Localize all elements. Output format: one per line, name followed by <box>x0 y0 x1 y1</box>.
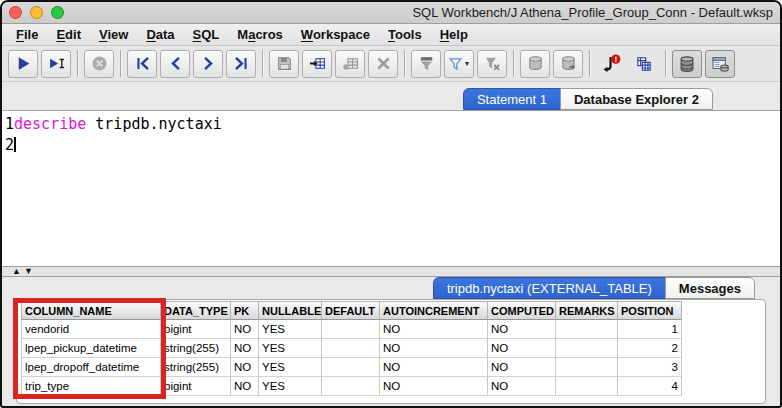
cell[interactable]: 2 <box>618 339 682 358</box>
text-caret <box>14 137 16 152</box>
filter-dropdown-caret-icon[interactable]: ▼ <box>464 60 471 67</box>
cell[interactable]: 4 <box>618 377 682 396</box>
previous-row-button[interactable] <box>160 50 190 78</box>
database-explorer-button[interactable] <box>705 50 735 78</box>
collapse-up-button[interactable]: ▲ <box>12 267 21 276</box>
cell[interactable] <box>322 320 380 339</box>
col-header-data-type[interactable]: DATA_TYPE <box>161 301 231 320</box>
minimize-button[interactable] <box>30 6 43 19</box>
code-completion-icon <box>635 55 653 73</box>
toolbar: ▼ <box>2 46 780 82</box>
cell[interactable]: bigint <box>161 320 231 339</box>
commit-button[interactable] <box>520 50 550 78</box>
cell[interactable]: NO <box>488 320 556 339</box>
table-row[interactable]: lpep_pickup_datetime string(255) NO YES … <box>21 339 682 358</box>
cell[interactable]: NO <box>488 339 556 358</box>
collapse-down-button[interactable]: ▼ <box>24 267 33 276</box>
cell[interactable] <box>556 377 618 396</box>
menu-macros[interactable]: Macros <box>229 25 291 44</box>
editor-line-1: 1describe tripdb.nyctaxi <box>5 114 780 135</box>
sql-keyword: describe <box>14 115 86 133</box>
col-header-pk[interactable]: PK <box>231 301 259 320</box>
code-completion-button[interactable] <box>629 50 659 78</box>
copy-row-icon <box>342 55 359 72</box>
cell[interactable]: NO <box>380 358 488 377</box>
cell[interactable]: vendorid <box>21 320 161 339</box>
menu-workspace[interactable]: Workspace <box>293 25 378 44</box>
last-row-button[interactable] <box>226 50 256 78</box>
cell[interactable]: trip_type <box>21 377 161 396</box>
cell[interactable]: NO <box>231 320 259 339</box>
menu-data[interactable]: Data <box>138 25 182 44</box>
cell[interactable]: NO <box>380 320 488 339</box>
col-header-position[interactable]: POSITION <box>618 301 682 320</box>
cell[interactable]: NO <box>231 358 259 377</box>
cell[interactable]: YES <box>259 358 322 377</box>
menu-sql[interactable]: SQL <box>185 25 228 44</box>
cell[interactable] <box>556 320 618 339</box>
cell[interactable] <box>322 377 380 396</box>
cell[interactable]: NO <box>488 358 556 377</box>
menu-tools[interactable]: Tools <box>380 25 430 44</box>
menu-view[interactable]: View <box>91 25 136 44</box>
sql-editor[interactable]: 1describe tripdb.nyctaxi 2 <box>2 110 780 266</box>
cell[interactable]: NO <box>231 339 259 358</box>
cell[interactable] <box>556 339 618 358</box>
col-header-nullable[interactable]: NULLABLE <box>259 301 322 320</box>
cell[interactable]: 3 <box>618 358 682 377</box>
col-header-column-name[interactable]: COLUMN_NAME <box>21 301 161 320</box>
tab-result-table[interactable]: tripdb.nyctaxi (EXTERNAL_TABLE) <box>433 277 666 299</box>
tab-statement-1[interactable]: Statement 1 <box>463 88 561 110</box>
cell[interactable]: 1 <box>618 320 682 339</box>
zoom-button[interactable] <box>51 6 64 19</box>
menu-help[interactable]: Help <box>432 25 476 44</box>
execute-current-button[interactable] <box>41 50 71 78</box>
next-row-button[interactable] <box>193 50 223 78</box>
cell[interactable] <box>322 358 380 377</box>
database-button[interactable] <box>672 50 702 78</box>
menu-edit[interactable]: Edit <box>48 25 89 44</box>
delete-row-button[interactable] <box>368 50 398 78</box>
tab-messages[interactable]: Messages <box>665 277 755 299</box>
col-header-default[interactable]: DEFAULT <box>322 301 380 320</box>
first-row-button[interactable] <box>127 50 157 78</box>
filter-button[interactable]: ▼ <box>444 50 474 78</box>
cell[interactable]: lpep_pickup_datetime <box>21 339 161 358</box>
cancel-statement-button[interactable] <box>84 50 114 78</box>
filter-by-selection-button[interactable] <box>411 50 441 78</box>
cell[interactable]: YES <box>259 377 322 396</box>
table-row[interactable]: lpep_dropoff_datetime string(255) NO YES… <box>21 358 682 377</box>
col-header-autoincrement[interactable]: AUTOINCREMENT <box>380 301 488 320</box>
cell[interactable] <box>556 358 618 377</box>
window-title: SQL Workbench/J Athena_Profile_Group_Con… <box>64 5 773 20</box>
table-row[interactable]: vendorid bigint NO YES NO NO 1 <box>21 320 682 339</box>
execute-all-button[interactable] <box>8 50 38 78</box>
col-header-remarks[interactable]: REMARKS <box>556 301 618 320</box>
cell[interactable]: string(255) <box>161 339 231 358</box>
cell[interactable]: string(255) <box>161 358 231 377</box>
copy-row-button[interactable] <box>335 50 365 78</box>
save-changes-button[interactable] <box>269 50 299 78</box>
tab-database-explorer-2[interactable]: Database Explorer 2 <box>560 88 713 110</box>
splitter[interactable]: ▲ ▼ <box>2 266 780 277</box>
menu-file[interactable]: File <box>8 25 46 44</box>
cell[interactable]: NO <box>231 377 259 396</box>
insert-row-button[interactable] <box>302 50 332 78</box>
col-header-computed[interactable]: COMPUTED <box>488 301 556 320</box>
cell[interactable]: YES <box>259 320 322 339</box>
cell[interactable]: lpep_dropoff_datetime <box>21 358 161 377</box>
title-bar: SQL Workbench/J Athena_Profile_Group_Con… <box>2 2 780 24</box>
cell[interactable] <box>322 339 380 358</box>
cell[interactable]: NO <box>380 339 488 358</box>
table-row[interactable]: trip_type bigint NO YES NO NO 4 <box>21 377 682 396</box>
cell[interactable]: bigint <box>161 377 231 396</box>
editor-line-2: 2 <box>5 135 780 156</box>
cell[interactable]: YES <box>259 339 322 358</box>
close-button[interactable] <box>9 6 22 19</box>
rollback-button[interactable] <box>553 50 583 78</box>
cell[interactable]: NO <box>488 377 556 396</box>
cell[interactable]: NO <box>380 377 488 396</box>
first-row-icon <box>134 55 151 72</box>
ignore-errors-button[interactable] <box>596 50 626 78</box>
reset-filter-button[interactable] <box>477 50 507 78</box>
